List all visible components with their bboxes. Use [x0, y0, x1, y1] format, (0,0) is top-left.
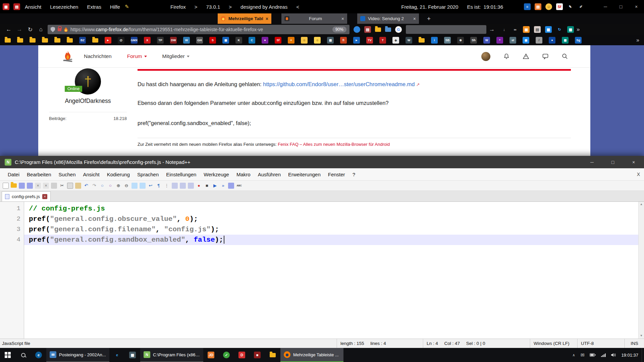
google-icon[interactable]: G	[395, 26, 402, 33]
jdownloader-app-icon[interactable]: JD	[203, 348, 219, 362]
d-app-icon-glyph[interactable]: D	[238, 352, 245, 358]
mail-task-icon[interactable]: ✉	[50, 351, 56, 358]
bookmark-item[interactable]: TV	[366, 37, 373, 44]
maximize-button[interactable]: □	[602, 156, 623, 168]
bookmark-item[interactable]: @	[118, 37, 124, 44]
code-line[interactable]: pref("general.config.sandbox_enabled", f…	[24, 235, 638, 245]
paste-icon[interactable]	[75, 183, 81, 189]
grid-app-icon-glyph[interactable]: ▦	[129, 352, 136, 358]
explorer-app-icon[interactable]	[265, 348, 280, 362]
bookmark-folder[interactable]	[30, 38, 36, 43]
infinity-icon[interactable]: ∞	[512, 26, 519, 33]
zoom-in-icon[interactable]: ⊕	[115, 183, 121, 189]
bookmark-item[interactable]: Sh	[470, 37, 477, 44]
play-macro-icon[interactable]: ▶	[212, 183, 218, 189]
bookmark-item[interactable]: ●	[262, 37, 268, 44]
bookmark-item[interactable]: Sg	[575, 37, 582, 44]
record-macro-icon[interactable]: ●	[196, 183, 202, 189]
minimize-button[interactable]: ─	[582, 156, 602, 168]
bookmark-item[interactable]: ◆	[392, 37, 399, 44]
close-button[interactable]: ×	[623, 156, 644, 168]
bookmark-item[interactable]: ●	[549, 37, 555, 44]
menu-ansicht[interactable]: Ansicht	[79, 172, 103, 177]
stop-macro-icon[interactable]: ■	[204, 183, 210, 189]
bookmark-item[interactable]: W	[183, 37, 190, 44]
volume-icon[interactable]	[611, 353, 616, 357]
bookmark-item[interactable]: W	[406, 37, 412, 44]
notepadpp-task-icon[interactable]: N	[144, 351, 150, 358]
antivir-app-icon-glyph[interactable]: ✓	[223, 352, 230, 358]
copy-icon[interactable]	[67, 183, 73, 189]
jdownloader-app-icon-glyph[interactable]: JD	[208, 352, 214, 358]
code-line[interactable]: pref("general.config.obscure_value", 0);	[24, 214, 638, 224]
bookmark-item[interactable]: st	[509, 37, 516, 44]
home-button[interactable]: ⌂	[36, 26, 46, 33]
bookmark-folder[interactable]	[17, 38, 23, 43]
sync-scroll-h-icon[interactable]	[140, 183, 146, 189]
bookmark-item[interactable]: *	[496, 37, 503, 44]
bookmark-folder[interactable]	[54, 38, 60, 43]
bookmark-item[interactable]: K	[235, 37, 242, 44]
task-notepadpp[interactable]: NC:\Program Files (x86)...	[140, 348, 203, 362]
word-wrap-icon[interactable]: ↩	[148, 183, 154, 189]
bookmark-item[interactable]: BZ	[79, 37, 86, 44]
notes-ext-icon[interactable]: ▤	[534, 26, 541, 33]
code-area[interactable]: // config-prefs.jspref("general.config.o…	[24, 202, 638, 339]
bookmark-item[interactable]: C	[249, 37, 255, 44]
bookmark-item[interactable]: /	[536, 37, 542, 44]
tray-mail-icon[interactable]: ✉	[581, 352, 585, 358]
bookmark-item[interactable]: f!	[340, 37, 347, 44]
menu-ausfuehren[interactable]: Ausführen	[254, 172, 284, 177]
fenix-faq-link[interactable]: Fenix FAQ – Alles zum neuen Mozilla-Brow…	[278, 142, 390, 147]
close-icon[interactable]: ×	[35, 183, 41, 189]
edge-app-icon[interactable]: e	[31, 348, 46, 362]
new-file-icon[interactable]	[3, 183, 9, 189]
doc-map-icon[interactable]	[180, 183, 186, 189]
task-mail[interactable]: ✉Posteingang - 2002An...	[46, 348, 109, 362]
download-icon[interactable]: ↓	[501, 26, 507, 33]
status-insert-mode[interactable]: INS	[625, 339, 644, 348]
calendar-ext-icon[interactable]: ▦	[545, 26, 552, 33]
undo-icon[interactable]: ↶	[83, 183, 89, 189]
sync-scroll-v-icon[interactable]	[131, 183, 138, 189]
bookmark-item[interactable]: ►	[105, 37, 111, 44]
menu-makro[interactable]: Makro	[233, 172, 254, 177]
lock-icon[interactable]	[58, 28, 61, 31]
menu-suchen[interactable]: Suchen	[55, 172, 79, 177]
tab-mehrzeilige-tableiste[interactable]: Mehrzeilige Tabl ×	[218, 13, 271, 24]
bookmark-item[interactable]: ▦	[562, 37, 569, 44]
task-firefox[interactable]: Mehrzeilige Tableiste ...	[280, 348, 343, 362]
edit-icon[interactable]: ✎	[125, 4, 129, 10]
refresh-icon[interactable]: ↻	[556, 26, 563, 33]
find-icon[interactable]: ○	[99, 183, 105, 189]
taskbar-clock[interactable]: 19:01:37	[621, 353, 638, 358]
overflow-chevron-icon[interactable]: »	[577, 26, 580, 33]
cut-icon[interactable]: ✂	[59, 183, 65, 189]
start-button[interactable]	[0, 348, 15, 362]
author-username[interactable]: AngelOfDarkness	[65, 98, 111, 105]
bookmarks-overflow-icon[interactable]: »	[636, 37, 639, 43]
go-ar_row-icon[interactable]: →	[489, 26, 495, 33]
redo-icon[interactable]: ↷	[91, 183, 97, 189]
vertical-scrollbar[interactable]: ▲ ▼	[638, 202, 644, 339]
bookmarks-folder-icon[interactable]	[375, 27, 381, 32]
menu-werkzeuge[interactable]: Werkzeuge	[200, 172, 233, 177]
grid-ext-icon[interactable]: ▦	[567, 26, 574, 33]
tray-chevron-up-icon[interactable]: ∧	[573, 353, 575, 357]
media-app-icon-glyph[interactable]: ■	[254, 352, 261, 358]
github-readme-link[interactable]: https://github.com/Endor8/user…ster/user…	[263, 81, 415, 87]
bookmark-item[interactable]: ▦	[327, 37, 334, 44]
menu-hilfe[interactable]: Hilfe	[110, 4, 120, 10]
run-macro-multi-icon[interactable]: »	[220, 183, 226, 189]
bookmark-item[interactable]: i	[431, 37, 438, 44]
calendar-app-icon[interactable]: ▦	[3, 3, 9, 10]
search-input[interactable]	[406, 25, 486, 34]
bookmark-item[interactable]: ►	[353, 37, 360, 44]
close-all-icon[interactable]: ×	[43, 183, 49, 189]
code-line[interactable]: // config-prefs.js	[24, 203, 638, 214]
bookmark-item[interactable]: GH	[196, 37, 203, 44]
ie-app-icon[interactable]: e	[109, 348, 125, 362]
bookmark-item[interactable]: ☺	[314, 37, 321, 44]
explorer-app-icon-glyph[interactable]	[270, 353, 276, 357]
bookmark-folder[interactable]	[67, 38, 73, 43]
